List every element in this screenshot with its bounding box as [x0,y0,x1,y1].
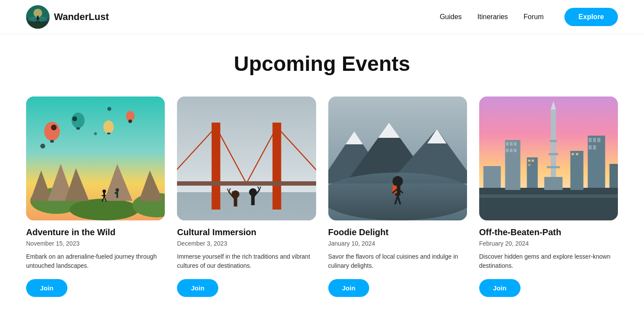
svg-rect-96 [609,164,618,188]
svg-point-25 [126,111,135,121]
svg-rect-97 [528,160,530,162]
svg-rect-24 [107,133,110,134]
svg-rect-28 [103,193,105,198]
svg-rect-82 [510,142,512,146]
page-title: Upcoming Events [26,52,618,76]
svg-rect-100 [571,153,574,155]
svg-rect-91 [588,145,591,150]
svg-rect-90 [597,138,600,142]
event-image-2 [177,97,316,220]
event-title-3: Foodie Delight [328,227,467,237]
svg-rect-37 [212,123,220,210]
svg-rect-38 [273,123,281,210]
event-image-3 [328,97,467,220]
svg-marker-14 [30,170,52,201]
nav-guides[interactable]: Guides [440,13,462,21]
join-button-3[interactable]: Join [328,279,370,297]
svg-rect-95 [483,166,501,188]
event-card-3: Foodie Delight January 10, 2024 Savor th… [328,97,467,297]
event-date-1: November 15, 2023 [26,240,165,247]
event-date-4: February 20, 2024 [479,240,618,247]
svg-rect-43 [177,181,316,186]
event-title-2: Cultural Immersion [177,227,316,237]
svg-point-32 [116,188,119,192]
svg-rect-80 [505,140,520,190]
events-grid: Adventure in the Wild November 15, 2023 … [26,97,618,297]
event-image-4 [479,97,618,220]
svg-rect-89 [593,138,596,142]
svg-point-19 [44,122,60,141]
svg-point-13 [133,193,165,217]
nav-itineraries[interactable]: Itineraries [477,13,508,21]
svg-rect-81 [506,142,508,146]
svg-rect-77 [548,153,558,155]
svg-point-23 [103,120,114,133]
nav-links: Guides Itineraries Forum [440,13,544,21]
svg-point-21 [72,113,85,128]
event-desc-2: Immerse yourself in the rich traditions … [177,252,316,270]
brand-name: WanderLust [54,11,109,23]
svg-rect-2 [26,22,50,29]
event-date-3: January 10, 2024 [328,240,467,247]
main-content: Upcoming Events [0,34,644,323]
svg-rect-86 [514,149,516,152]
svg-point-12 [70,199,139,220]
join-button-4[interactable]: Join [479,279,521,297]
svg-rect-79 [544,177,562,190]
explore-button[interactable]: Explore [564,8,618,26]
svg-point-27 [103,190,106,193]
svg-rect-34 [115,192,117,194]
svg-rect-93 [527,157,537,188]
svg-rect-94 [570,151,583,190]
nav-forum[interactable]: Forum [524,13,544,21]
svg-marker-15 [48,164,74,201]
svg-point-64 [392,176,403,186]
navbar: WanderLust Guides Itineraries Forum Expl… [0,0,644,34]
svg-rect-26 [129,120,132,122]
svg-marker-18 [139,170,163,201]
svg-rect-73 [479,194,618,198]
event-card-2: Cultural Immersion December 3, 2023 Imme… [177,97,316,297]
svg-rect-6 [37,17,39,20]
svg-rect-85 [510,149,512,152]
event-desc-3: Savor the flavors of local cuisines and … [328,252,467,270]
event-card-1: Adventure in the Wild November 15, 2023 … [26,97,165,297]
svg-rect-10 [26,97,165,220]
svg-rect-78 [547,166,560,168]
logo-image [26,5,50,29]
svg-rect-92 [593,145,596,150]
svg-rect-33 [117,192,118,198]
svg-rect-88 [588,138,591,142]
join-button-1[interactable]: Join [26,279,67,297]
svg-rect-83 [514,142,516,146]
brand-logo[interactable]: WanderLust [26,5,109,29]
svg-rect-72 [479,188,618,220]
svg-rect-22 [77,127,80,130]
svg-marker-17 [104,164,133,201]
event-date-2: December 3, 2023 [177,240,316,247]
svg-point-11 [30,188,83,214]
svg-rect-101 [576,153,578,155]
event-card-4: Off-the-Beaten-Path February 20, 2024 Di… [479,97,618,297]
svg-rect-84 [506,149,508,152]
svg-rect-99 [528,164,530,166]
event-image-1 [26,97,165,220]
svg-rect-36 [177,192,316,220]
event-desc-4: Discover hidden gems and explore lesser-… [479,252,618,270]
svg-marker-16 [65,168,89,201]
event-title-4: Off-the-Beaten-Path [479,227,618,237]
svg-rect-76 [550,140,557,142]
svg-rect-98 [531,160,534,162]
svg-line-31 [105,198,107,202]
event-desc-1: Embark on an adrenaline-fueled journey t… [26,252,165,270]
svg-rect-20 [50,140,54,143]
join-button-2[interactable]: Join [177,279,218,297]
svg-line-30 [102,198,103,202]
svg-rect-87 [587,136,605,188]
event-title-1: Adventure in the Wild [26,227,165,237]
